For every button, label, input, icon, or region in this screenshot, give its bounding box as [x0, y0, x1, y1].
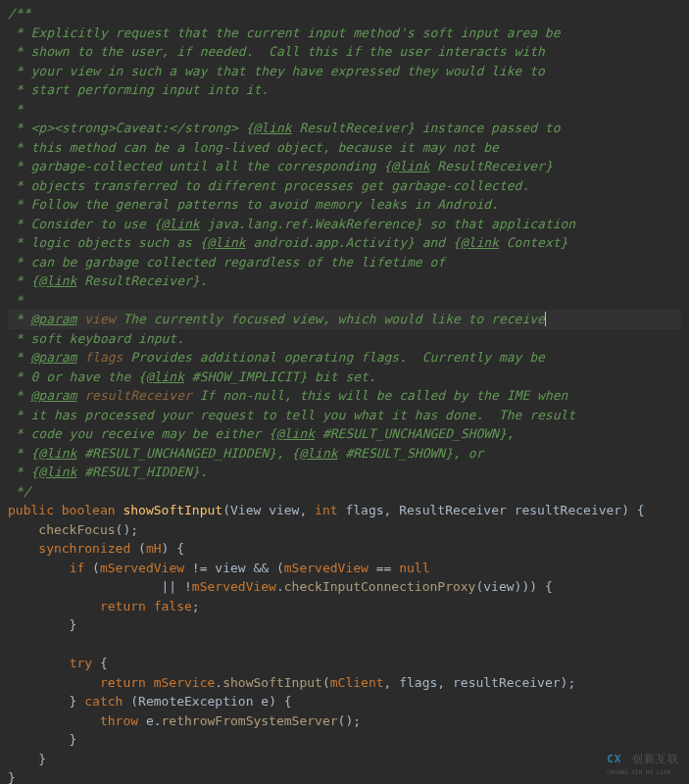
doc-line: * your view in such a way that they have… [8, 62, 681, 81]
code-line: || !mServedView.checkInputConnectionProx… [8, 577, 681, 597]
watermark-icon: CX [607, 753, 621, 765]
code-line: try { [8, 654, 681, 673]
doc-line: * Follow the general patterns to avoid m… [8, 195, 681, 215]
code-line: } [8, 768, 681, 784]
doc-line: * [8, 291, 681, 311]
doc-param-line-highlighted: * @param view The currently focused view… [8, 310, 681, 329]
doc-line: * start performing input into it. [8, 80, 681, 100]
code-line: synchronized (mH) { [8, 539, 681, 559]
code-line: return false; [8, 597, 681, 616]
doc-line: * {@link #RESULT_HIDDEN}. [8, 463, 681, 482]
code-line [8, 635, 681, 655]
doc-line: * soft keyboard input. [8, 329, 681, 349]
doc-line: * logic objects such as {@link android.a… [8, 233, 681, 253]
doc-param-line: * @param resultReceiver If non-null, thi… [8, 386, 681, 406]
code-line: } [8, 615, 681, 635]
doc-line: * objects transferred to different proce… [8, 176, 681, 196]
watermark-sub: CHUANG XIN HU LIAN [607, 767, 679, 776]
doc-line: * shown to the user, if needed. Call thi… [8, 42, 681, 62]
code-line: return mService.showSoftInput(mClient, f… [8, 673, 681, 693]
code-line: if (mServedView != view && (mServedView … [8, 559, 681, 578]
doc-line: * [8, 100, 681, 120]
doc-line: * this method can be a long-lived object… [8, 138, 681, 158]
watermark: CX 创新互联 CHUANG XIN HU LIAN [607, 752, 679, 777]
doc-line: * can be garbage collected regardless of… [8, 253, 681, 272]
code-line: throw e.rethrowFromSystemServer(); [8, 711, 681, 731]
doc-close: */ [8, 482, 681, 502]
doc-line: * {@link #RESULT_UNCHANGED_HIDDEN}, {@li… [8, 444, 681, 464]
code-line: } catch (RemoteException e) { [8, 692, 681, 711]
doc-param-line: * @param flags Provides additional opera… [8, 348, 681, 368]
doc-line: * it has processed your request to tell … [8, 406, 681, 425]
doc-line: * <p><strong>Caveat:</strong> {@link Res… [8, 119, 681, 138]
doc-open: /** [8, 4, 681, 24]
doc-line: * code you receive may be either {@link … [8, 424, 681, 444]
code-line: } [8, 730, 681, 750]
doc-line: * Consider to use {@link java.lang.ref.W… [8, 215, 681, 234]
watermark-text: 创新互联 [632, 753, 679, 765]
doc-line: * garbage-collected until all the corres… [8, 157, 681, 176]
code-editor[interactable]: /** * Explicitly request that the curren… [8, 4, 681, 784]
method-signature: public boolean showSoftInput(View view, … [8, 501, 681, 520]
doc-line: * 0 or have the {@link #SHOW_IMPLICIT} b… [8, 368, 681, 387]
code-line: } [8, 750, 681, 769]
doc-line: * Explicitly request that the current in… [8, 24, 681, 43]
doc-line: * {@link ResultReceiver}. [8, 271, 681, 291]
code-line: checkFocus(); [8, 520, 681, 540]
